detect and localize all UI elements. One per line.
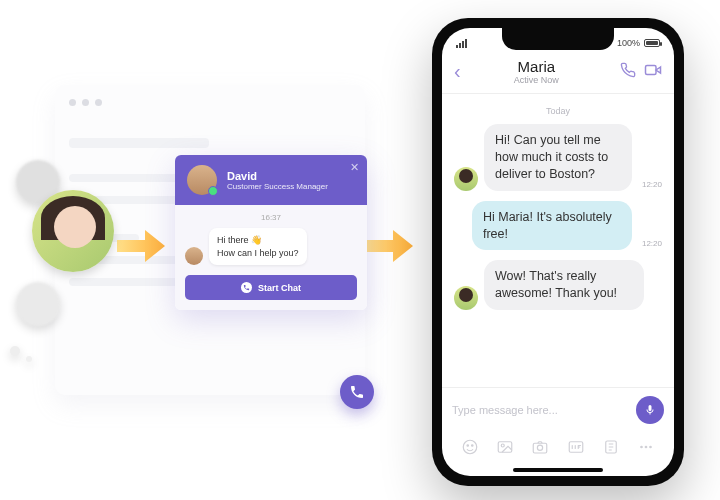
svg-point-1 — [463, 440, 477, 454]
close-icon[interactable]: ✕ — [350, 161, 359, 174]
chat-fab-button[interactable] — [340, 375, 374, 409]
contact-name: Maria — [461, 58, 612, 75]
signal-icon — [456, 39, 467, 48]
message-row-incoming: Wow! That's really awesome! Thank you! — [454, 260, 662, 310]
contact-avatar — [454, 167, 478, 191]
svg-rect-0 — [646, 65, 657, 74]
day-separator: Today — [454, 106, 662, 116]
greeting-line: How can I help you? — [217, 248, 299, 258]
home-indicator — [513, 468, 603, 472]
arrow-icon — [115, 228, 167, 264]
svg-point-10 — [640, 446, 643, 449]
start-chat-label: Start Chat — [258, 283, 301, 293]
agent-avatar — [187, 165, 217, 195]
sticker-icon[interactable] — [461, 438, 479, 460]
message-bubble: Wow! That's really awesome! Thank you! — [484, 260, 644, 310]
svg-point-2 — [467, 445, 469, 447]
message-time: 16:37 — [185, 213, 357, 222]
video-call-icon[interactable] — [644, 61, 662, 83]
phone-icon — [241, 282, 252, 293]
greeting-line: Hi there 👋 — [217, 235, 262, 245]
gif-icon[interactable] — [567, 438, 585, 460]
more-icon[interactable] — [637, 438, 655, 460]
battery-icon — [644, 39, 660, 47]
attachment-icon[interactable] — [602, 438, 620, 460]
chat-area: Today Hi! Can you tell me how much it co… — [442, 94, 674, 387]
battery-percent: 100% — [617, 38, 640, 48]
presence-status: Active Now — [461, 75, 612, 85]
svg-point-5 — [501, 444, 504, 447]
agent-avatar-small — [185, 247, 203, 265]
compose-bar: Type message here... — [442, 387, 674, 432]
avatar-dot — [10, 346, 20, 356]
contact-avatar — [454, 286, 478, 310]
svg-rect-8 — [569, 442, 583, 453]
arrow-icon — [363, 228, 415, 264]
camera-icon[interactable] — [531, 438, 549, 460]
mic-button[interactable] — [636, 396, 664, 424]
svg-point-12 — [649, 446, 652, 449]
chat-widget: David Customer Success Manager ✕ 16:37 H… — [175, 155, 367, 310]
window-traffic-lights — [69, 99, 351, 106]
message-bubble: Hi Maria! It's absolutely free! — [472, 201, 632, 251]
message-bubble: Hi! Can you tell me how much it costs to… — [484, 124, 632, 191]
agent-message-row: Hi there 👋 How can I help you? — [185, 228, 357, 265]
svg-point-7 — [538, 445, 543, 450]
widget-body: 16:37 Hi there 👋 How can I help you? Sta… — [175, 205, 367, 310]
message-row-incoming: Hi! Can you tell me how much it costs to… — [454, 124, 662, 191]
avatar-main — [32, 190, 114, 272]
voice-call-icon[interactable] — [620, 62, 636, 82]
widget-header: David Customer Success Manager ✕ — [175, 155, 367, 205]
svg-rect-4 — [498, 442, 512, 453]
bottom-toolbar — [442, 432, 674, 468]
message-row-outgoing: Hi Maria! It's absolutely free! 12:20 — [454, 201, 662, 251]
start-chat-button[interactable]: Start Chat — [185, 275, 357, 300]
phone-notch — [502, 28, 614, 50]
phone-mockup: 100% ‹ Maria Active Now Today Hi! Can yo… — [432, 18, 684, 486]
agent-role: Customer Success Manager — [227, 182, 328, 191]
svg-point-3 — [471, 445, 473, 447]
message-input[interactable]: Type message here... — [452, 404, 626, 416]
agent-name: David — [227, 170, 328, 182]
message-time: 12:20 — [642, 180, 662, 189]
gallery-icon[interactable] — [496, 438, 514, 460]
svg-point-11 — [645, 446, 648, 449]
back-icon[interactable]: ‹ — [454, 60, 461, 83]
agent-message-bubble: Hi there 👋 How can I help you? — [209, 228, 307, 265]
avatar-dot — [26, 356, 32, 362]
message-time: 12:20 — [642, 239, 662, 248]
placeholder-line — [69, 138, 209, 148]
conversation-header: ‹ Maria Active Now — [442, 54, 674, 94]
avatar-blurred — [16, 282, 60, 326]
